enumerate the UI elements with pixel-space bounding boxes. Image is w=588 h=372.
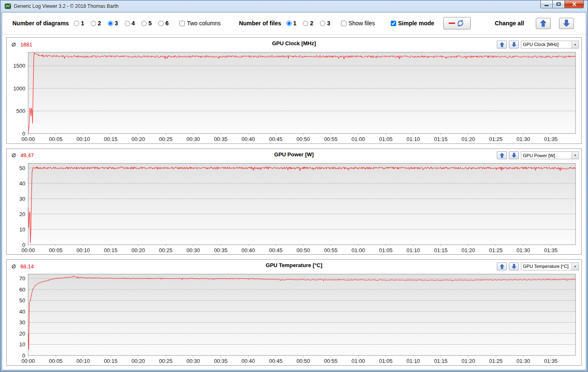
move-chart-down-button[interactable] [509,151,519,159]
svg-text:40: 40 [19,309,25,315]
chevron-down-icon: ▼ [571,152,578,159]
arrow-down-icon [512,42,516,47]
refresh-icon [448,19,466,28]
measurement-select[interactable]: GPU Clock [MHz] ▼ [521,41,579,49]
measurement-select[interactable]: GPU Temperature [°C] ▼ [521,263,579,270]
svg-text:20: 20 [19,211,25,217]
svg-text:01:20: 01:20 [462,136,475,142]
diagrams-radio-5[interactable]: 5 [141,20,152,27]
diagrams-radio-input-2[interactable] [91,21,96,26]
svg-text:01:00: 01:00 [351,136,365,142]
diagrams-radio-input-6[interactable] [158,21,164,26]
change-all-up-button[interactable] [536,18,551,29]
show-files-checkbox[interactable] [341,21,346,26]
two-columns-option[interactable]: Two columns [179,20,221,27]
svg-text:1000: 1000 [13,85,25,92]
minimize-icon [544,5,549,6]
svg-text:00:15: 00:15 [104,358,118,364]
move-chart-up-button[interactable] [497,151,507,159]
svg-text:30: 30 [19,195,25,202]
average-readout: Ø 68,14 [12,263,34,270]
svg-text:01:05: 01:05 [379,136,393,142]
svg-text:00:40: 00:40 [242,136,255,142]
svg-text:00:05: 00:05 [49,247,63,253]
chart-area: 0102030405000:0000:0500:1000:1500:2000:2… [7,161,581,255]
svg-text:00:20: 00:20 [131,136,145,142]
svg-text:01:35: 01:35 [544,358,558,364]
svg-text:00:00: 00:00 [22,358,35,364]
diagrams-radio-3[interactable]: 3 [108,20,118,27]
measurement-select[interactable]: GPU Power [W] ▼ [521,151,579,159]
svg-text:00:50: 00:50 [297,136,310,142]
files-radio-input-1[interactable] [286,21,292,26]
svg-text:01:05: 01:05 [379,247,393,253]
move-chart-up-button[interactable] [497,263,507,270]
window-controls [540,0,584,8]
simple-mode-checkbox[interactable] [391,21,396,26]
move-chart-down-button[interactable] [509,263,519,270]
svg-text:00:15: 00:15 [104,247,118,253]
svg-text:60: 60 [19,287,25,293]
move-chart-down-button[interactable] [509,41,519,49]
svg-text:00:35: 00:35 [214,358,227,364]
svg-text:00:30: 00:30 [186,358,200,364]
svg-text:00:30: 00:30 [186,136,200,142]
minimize-button[interactable] [540,0,553,8]
files-radio-input-2[interactable] [303,21,308,26]
arrow-up-icon [500,264,504,269]
chart-panels: Ø 1681 GPU Clock [MHz] GPU Clock [MHz] ▼ [2,34,586,370]
two-columns-checkbox[interactable] [179,21,185,26]
chart-title: GPU Power [W] [7,151,581,158]
diagrams-radio-input-1[interactable] [74,21,79,26]
svg-text:00:25: 00:25 [159,136,173,142]
svg-text:10: 10 [19,226,25,232]
titlebar[interactable]: Generic Log Viewer 3.2 - © 2018 Thomas B… [2,0,586,12]
diagrams-radio-2[interactable]: 2 [91,20,101,27]
files-radio-3[interactable]: 3 [320,20,330,27]
move-chart-up-button[interactable] [497,41,507,49]
svg-text:00:50: 00:50 [297,358,310,364]
diagrams-radio-1[interactable]: 1 [74,20,84,27]
change-all-down-button[interactable] [559,18,574,29]
arrow-down-icon [512,264,516,269]
close-button[interactable] [565,0,584,8]
show-files-option[interactable]: Show files [341,20,375,27]
diagrams-radio-input-4[interactable] [125,21,130,26]
svg-text:1500: 1500 [13,63,25,69]
average-symbol: Ø [12,41,16,48]
line-style-refresh-button[interactable] [443,17,471,29]
diagrams-radio-group: 1 2 3 4 5 6 [74,20,169,27]
diagrams-radio-4[interactable]: 4 [125,20,135,27]
svg-text:00:50: 00:50 [297,247,310,253]
svg-text:00:05: 00:05 [49,136,63,142]
svg-text:00:55: 00:55 [324,136,338,142]
diagrams-radio-input-5[interactable] [141,21,147,26]
svg-text:01:15: 01:15 [434,136,448,142]
average-symbol: Ø [12,152,16,158]
chart-panel-gpu-clock: Ø 1681 GPU Clock [MHz] GPU Clock [MHz] ▼ [6,37,582,144]
app-icon [5,3,11,10]
svg-text:01:25: 01:25 [489,358,503,364]
panel-header: Ø 49,47 GPU Power [W] GPU Power [W] ▼ [7,149,581,161]
line-chart-gpu-temperature: 01020304050607000:0000:0500:1000:1500:20… [7,272,581,365]
files-radio-2[interactable]: 2 [303,20,313,27]
chart-title: GPU Temperature [°C] [7,262,581,268]
files-radio-input-3[interactable] [320,21,325,26]
line-chart-gpu-clock: 05001000150000:0000:0500:1000:1500:2000:… [7,50,581,143]
toolbar: Number of diagrams 1 2 3 4 5 6 Two colum… [2,12,586,34]
svg-text:01:00: 01:00 [351,358,365,364]
average-readout: Ø 1681 [12,41,32,48]
svg-text:50: 50 [19,165,25,171]
svg-text:00:55: 00:55 [324,247,338,253]
svg-text:01:25: 01:25 [489,247,503,253]
chart-area: 01020304050607000:0000:0500:1000:1500:20… [7,272,581,365]
svg-text:01:10: 01:10 [407,136,420,142]
simple-mode-option[interactable]: Simple mode [391,20,434,27]
diagrams-radio-6[interactable]: 6 [158,20,169,27]
diagrams-radio-input-3[interactable] [108,21,113,26]
panel-header: Ø 68,14 GPU Temperature [°C] GPU Tempera… [7,260,581,272]
maximize-button[interactable] [553,0,565,8]
chevron-down-icon: ▼ [571,263,578,270]
files-radio-1[interactable]: 1 [286,20,297,27]
panel-header: Ø 1681 GPU Clock [MHz] GPU Clock [MHz] ▼ [7,38,581,50]
